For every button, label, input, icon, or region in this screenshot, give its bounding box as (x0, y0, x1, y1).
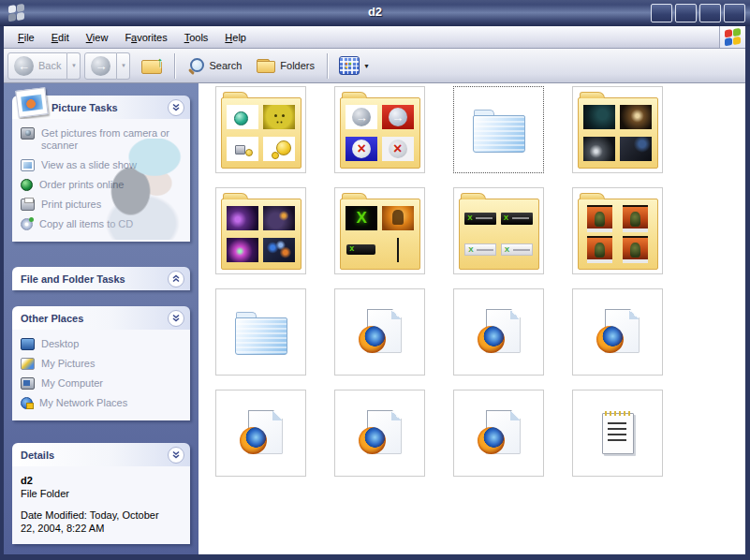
thumbnail-folder-icon (340, 199, 420, 270)
search-label: Search (209, 60, 242, 71)
folder-icon (473, 115, 525, 153)
place-my-pictures[interactable]: My Pictures (21, 358, 186, 370)
title-bar[interactable]: d2 (0, 0, 750, 26)
back-button[interactable]: ← Back (7, 52, 67, 80)
menu-item-edit[interactable]: Edit (43, 28, 78, 47)
grid-item-plain-folder[interactable] (453, 86, 544, 173)
menu-item-view[interactable]: View (78, 28, 117, 47)
minimize-button[interactable] (675, 4, 697, 22)
thumbnail-folder-icon (459, 199, 539, 270)
thumbnail-folder-icon (221, 199, 301, 270)
place-my-network-places[interactable]: My Network Places (21, 397, 186, 409)
task-pane-sidebar: Picture Tasks Get pictures from camera o… (4, 83, 199, 554)
thumbnail-preview-blade (382, 206, 414, 230)
menu-item-help[interactable]: Help (216, 28, 255, 47)
grid-item-firefox-document[interactable] (572, 288, 663, 376)
task-link-label: My Network Places (39, 397, 127, 409)
task-link-label: My Computer (41, 377, 103, 390)
views-button[interactable]: ▼ (332, 52, 376, 80)
up-button[interactable]: ↑ (134, 52, 169, 80)
toolbar: ← Back ▼ → ▼ ↑ Search Fold (4, 49, 745, 83)
forward-button[interactable]: → (84, 52, 117, 80)
grid-item-arrow-icons[interactable] (334, 86, 425, 173)
grid-item-firefox-document[interactable] (334, 288, 425, 376)
close-button[interactable] (724, 4, 745, 22)
folders-button[interactable]: Folders (249, 52, 322, 80)
thumbnail-preview-poster (587, 205, 612, 232)
thumbnail-preview-vline (382, 238, 414, 262)
back-history-dropdown[interactable]: ▼ (67, 52, 81, 80)
task-order-prints-online[interactable]: Order prints online (21, 179, 186, 191)
titlebar-button-1[interactable] (651, 4, 672, 22)
grid-item-firefox-document[interactable] (215, 390, 306, 477)
thumbnail-preview-pc-dot (227, 137, 258, 161)
folders-label: Folders (280, 60, 315, 71)
task-get-pictures-from-camera-or-scanner[interactable]: Get pictures from camera or scanner (21, 127, 186, 152)
grid-item-smiley-icons[interactable] (215, 86, 306, 173)
menu-item-favorites[interactable]: Favorites (116, 28, 175, 47)
thumbnail-preview-banner-black (501, 213, 533, 225)
explorer-window: d2 FileEditViewFavoritesToolsHelp ← Back… (0, 0, 750, 560)
thumbnail-preview-halo-d (620, 137, 652, 161)
firefox-logo-icon (596, 326, 624, 353)
picture-tasks-panel: Picture Tasks Get pictures from camera o… (12, 96, 190, 242)
notepad-document-icon (602, 413, 634, 454)
file-list-area[interactable] (199, 83, 745, 554)
picture-tasks-collapse-button[interactable] (168, 99, 184, 116)
back-label: Back (38, 60, 61, 71)
thumbnail-preview-halo-b (620, 105, 652, 129)
chevron-down-icon (171, 103, 181, 112)
file-folder-tasks-header[interactable]: File and Folder Tasks (12, 267, 190, 290)
file-folder-tasks-title: File and Folder Tasks (21, 273, 125, 285)
grid-item-text-document[interactable] (572, 390, 663, 477)
printer-icon (21, 199, 35, 211)
grid-item-plain-folder[interactable] (215, 288, 306, 376)
details-panel: Details d2 File Folder Date Modified: To… (12, 443, 190, 544)
grid-item-game-screens-1[interactable] (572, 86, 663, 173)
firefox-document-icon (478, 309, 521, 356)
pictures-icon (21, 358, 35, 370)
details-header[interactable]: Details (12, 443, 190, 466)
picture-tasks-list: Get pictures from camera or scannerView … (21, 127, 186, 230)
back-button-group: ← Back ▼ (7, 52, 81, 80)
picture-tasks-header[interactable]: Picture Tasks (12, 96, 190, 119)
grid-item-game-screens-2[interactable] (215, 187, 306, 274)
thumbnail-grid (215, 86, 663, 477)
chevron-down-icon (171, 450, 181, 460)
menu-bar: FileEditViewFavoritesToolsHelp (4, 26, 745, 49)
task-copy-all-items-to-cd[interactable]: Copy all items to CD (21, 218, 186, 230)
menu-item-tools[interactable]: Tools (176, 28, 217, 47)
other-places-collapse-button[interactable] (168, 310, 184, 327)
picture-tasks-title: Picture Tasks (51, 102, 118, 113)
grid-item-firefox-document[interactable] (453, 288, 544, 376)
firefox-document-icon (478, 410, 521, 457)
folders-icon (257, 59, 275, 73)
thumbnail-preview-purp-d (263, 238, 295, 262)
maximize-button[interactable] (699, 4, 721, 22)
grid-item-firefox-document[interactable] (334, 390, 425, 477)
titlebar-buttons (651, 4, 745, 22)
grid-item-halo-posters[interactable] (572, 187, 663, 274)
forward-history-dropdown[interactable]: ▼ (117, 52, 130, 80)
grid-item-xbox-logos[interactable] (334, 187, 425, 274)
thumbnail-preview-purp-b (263, 206, 295, 230)
details-collapse-button[interactable] (168, 447, 184, 464)
forward-arrow-icon: → (91, 56, 110, 76)
up-folder-icon: ↑ (141, 57, 162, 74)
task-view-as-a-slide-show[interactable]: View as a slide show (21, 159, 186, 171)
place-desktop[interactable]: Desktop (21, 338, 186, 350)
toolbar-separator (174, 53, 175, 79)
other-places-header[interactable]: Other Places (12, 306, 190, 330)
task-link-label: Print pictures (41, 199, 101, 211)
task-link-label: Order prints online (39, 179, 125, 191)
grid-item-xbox-banners[interactable] (453, 187, 544, 274)
grid-item-firefox-document[interactable] (453, 390, 544, 477)
file-folder-tasks-expand-button[interactable] (168, 271, 184, 287)
task-print-pictures[interactable]: Print pictures (21, 199, 186, 211)
other-places-title: Other Places (21, 313, 83, 324)
search-button[interactable]: Search (180, 52, 249, 80)
place-my-computer[interactable]: My Computer (21, 377, 186, 390)
details-body: d2 File Folder Date Modified: Today, Oct… (12, 466, 190, 544)
thumbnail-preview-purp-c (227, 238, 258, 262)
menu-item-file[interactable]: File (9, 28, 43, 47)
